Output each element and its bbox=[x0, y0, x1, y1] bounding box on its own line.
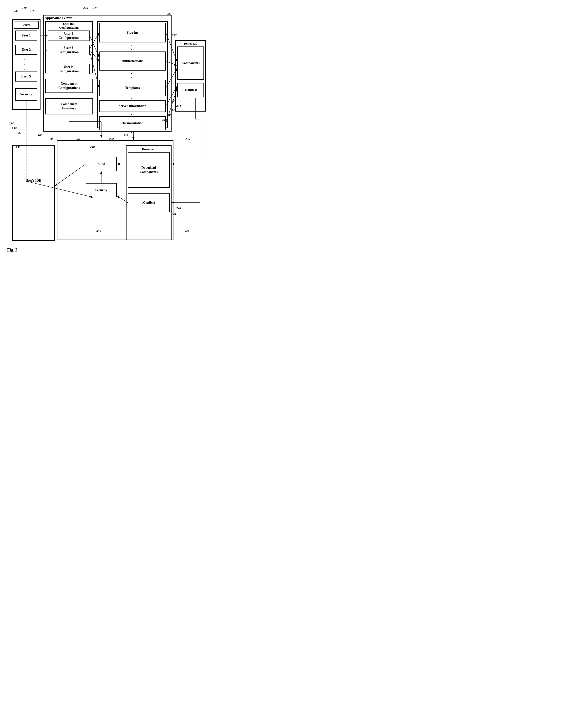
ref-214: 214 bbox=[93, 6, 98, 10]
user2-config-box: User 2 Configuration bbox=[48, 45, 89, 55]
manifest-bot: Manifest bbox=[128, 193, 170, 212]
ref-238-bot: 238 bbox=[185, 229, 189, 233]
comp-configs-box: Component Configurations bbox=[45, 79, 93, 93]
security-bot-box: Security bbox=[86, 183, 117, 198]
ref-230: 230 bbox=[167, 113, 171, 117]
ref-218: 218 bbox=[124, 133, 128, 137]
diagram: 204 210 216 220 214 202 222 224 226 238 … bbox=[5, 5, 210, 255]
ref-210: 210 bbox=[22, 6, 27, 10]
download-components-top: Components bbox=[177, 47, 204, 80]
ref-206: 206 bbox=[50, 137, 54, 141]
ref-222: 222 bbox=[172, 33, 177, 37]
ref-236-mid: 236 bbox=[185, 137, 190, 141]
ref-250: 250 bbox=[16, 146, 21, 149]
ref-204: 204 bbox=[14, 9, 19, 13]
ref-240-bot: 240 bbox=[176, 206, 181, 210]
authorizations-box: Authorizations bbox=[99, 51, 166, 71]
ref-208: 208 bbox=[38, 133, 43, 137]
templates-box: Templates bbox=[99, 80, 166, 96]
plugins-box: Plug-ins bbox=[99, 23, 166, 43]
ref-236-top: 236 bbox=[12, 126, 17, 130]
ref-246: 246 bbox=[97, 229, 101, 233]
ref-234: 234 bbox=[9, 122, 14, 125]
userN-config-box: User N Configuration bbox=[48, 64, 89, 74]
ref-248: 248 bbox=[90, 145, 95, 149]
fig-label: Fig. 2 bbox=[7, 248, 18, 253]
ref-232: 232 bbox=[162, 118, 167, 122]
user1-config-box: User 1 Configuration bbox=[48, 30, 89, 41]
security-top-box: Security bbox=[15, 88, 37, 101]
ref-220: 220 bbox=[83, 6, 88, 10]
user-ide-configs-label: User IDEConfigurations bbox=[47, 22, 91, 30]
download-label-bot: Download bbox=[128, 147, 170, 151]
server-info-box: Server Information bbox=[99, 100, 166, 112]
ref-242: 242 bbox=[17, 131, 22, 135]
user1-box: User 1 bbox=[15, 30, 37, 41]
dots1: ··· bbox=[24, 57, 26, 72]
manifest-top: Manifest bbox=[177, 83, 204, 97]
ref-244-bot: 244 bbox=[171, 212, 176, 216]
ref-228: 228 bbox=[171, 99, 176, 103]
download-components-bot: Download Components bbox=[128, 152, 170, 188]
user2-box: User 2 bbox=[15, 45, 37, 55]
comp-inventory-box: Component Inventory bbox=[45, 98, 93, 114]
app-server-label: Application Server bbox=[45, 16, 72, 20]
ref-216: 216 bbox=[30, 9, 34, 13]
userN-box: User N bbox=[15, 72, 37, 81]
download-label-top: Download bbox=[177, 42, 204, 46]
build-box: Build bbox=[86, 157, 117, 171]
users-ide-label: User's IDE bbox=[19, 179, 48, 183]
ref-244-top: 244 bbox=[176, 104, 181, 107]
ref-240-top: 240 bbox=[171, 108, 176, 112]
users-label-box: Users bbox=[14, 21, 38, 29]
documentation-box: Documentation bbox=[99, 116, 166, 130]
users-ide-outer bbox=[12, 146, 55, 241]
